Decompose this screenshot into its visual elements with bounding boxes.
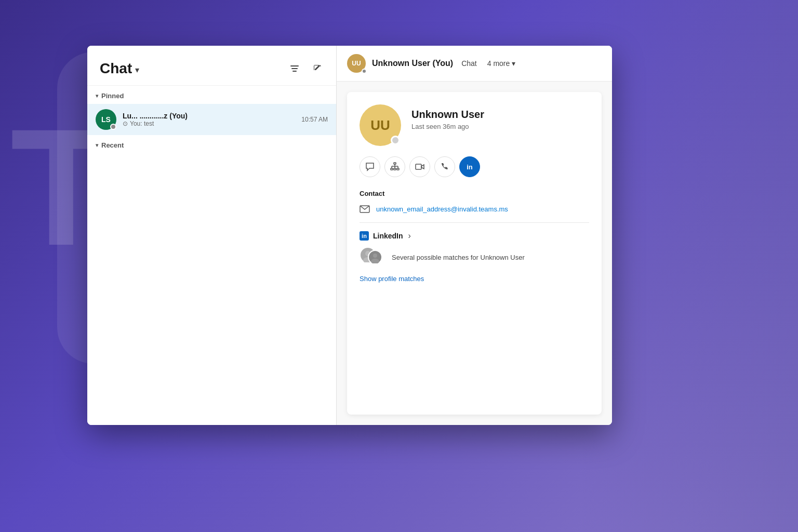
avatar-initials: LS — [101, 115, 111, 124]
profile-panel: UU Unknown User (You) Chat 4 more ▾ UU U… — [337, 46, 612, 425]
svg-rect-0 — [290, 65, 299, 66]
pinned-label: Pinned — [101, 92, 124, 100]
linkedin-label: LinkedIn — [373, 232, 403, 240]
phone-icon — [440, 162, 449, 171]
teams-window: Chat ▾ — [87, 46, 612, 425]
profile-header-initials: UU — [352, 60, 361, 67]
profile-last-seen: Last seen 36m ago — [411, 123, 484, 130]
pinned-chevron-icon: ▾ — [96, 93, 98, 99]
profile-header-avatar: UU — [347, 54, 366, 73]
preview-text: You: test — [130, 120, 154, 127]
more-label: 4 more — [487, 59, 510, 68]
profile-more-button[interactable]: 4 more ▾ — [487, 59, 516, 68]
svg-rect-4 — [391, 168, 393, 170]
profile-actions: in — [360, 156, 589, 177]
profile-email[interactable]: unknown_email_address@invalid.teams.ms — [376, 205, 508, 213]
chat-list-header: Chat ▾ — [87, 46, 336, 86]
svg-rect-2 — [292, 71, 297, 72]
linkedin-chevron-icon: › — [408, 231, 411, 241]
linkedin-matches: Several possible matches for Unknown Use… — [360, 247, 589, 268]
svg-rect-5 — [394, 168, 396, 170]
linkedin-avatars — [360, 247, 385, 268]
org-chart-icon — [390, 162, 400, 171]
profile-email-row: unknown_email_address@invalid.teams.ms — [360, 204, 589, 223]
more-chevron-icon: ▾ — [512, 59, 515, 68]
svg-rect-1 — [291, 68, 298, 69]
profile-display-name: Unknown User — [411, 109, 484, 121]
recent-chevron-icon: ▾ — [96, 142, 98, 148]
profile-header: UU Unknown User (You) Chat 4 more ▾ — [337, 46, 612, 82]
contact-section-title: Contact — [360, 190, 589, 197]
svg-rect-6 — [397, 168, 399, 170]
linkedin-btn-label: in — [467, 163, 473, 171]
video-icon — [415, 162, 424, 171]
profile-big-avatar: UU — [360, 104, 401, 146]
background-people — [580, 0, 798, 532]
chat-list-panel: Chat ▾ — [87, 46, 337, 425]
linkedin-header[interactable]: in LinkedIn › — [360, 231, 589, 241]
linkedin-section: in LinkedIn › — [360, 231, 589, 283]
new-chat-icon — [313, 64, 322, 73]
profile-name-area: Unknown User Last seen 36m ago — [411, 104, 484, 130]
video-action-button[interactable] — [409, 156, 430, 177]
profile-card-top: UU Unknown User Last seen 36m ago — [360, 104, 589, 146]
chat-item-preview: ⊙ You: test — [123, 120, 295, 127]
chat-title-area: Chat ▾ — [100, 60, 139, 77]
chat-action-button[interactable] — [360, 156, 380, 177]
new-chat-button[interactable] — [309, 60, 326, 77]
org-action-button[interactable] — [384, 156, 405, 177]
linkedin-logo-icon: in — [360, 231, 369, 241]
linkedin-person-2-icon — [369, 251, 381, 263]
preview-icon: ⊙ — [123, 120, 128, 127]
recent-label: Recent — [101, 141, 124, 149]
chat-header-actions — [286, 60, 326, 77]
recent-section-label[interactable]: ▾ Recent — [87, 135, 336, 153]
phone-action-button[interactable] — [434, 156, 455, 177]
svg-point-16 — [373, 254, 377, 258]
svg-rect-12 — [416, 164, 421, 169]
profile-big-initials: UU — [370, 117, 390, 134]
profile-card: UU Unknown User Last seen 36m ago — [347, 92, 602, 415]
filter-icon — [290, 64, 299, 73]
profile-header-name: Unknown User (You) — [372, 59, 453, 68]
email-icon — [360, 204, 370, 214]
show-profile-matches-link[interactable]: Show profile matches — [360, 275, 424, 283]
avatar: LS — [96, 109, 116, 130]
linkedin-match-text: Several possible matches for Unknown Use… — [392, 254, 525, 261]
profile-header-chat-label: Chat — [461, 59, 477, 68]
filter-button[interactable] — [286, 60, 303, 77]
chat-list-item[interactable]: LS Lu... ............z (You) ⊙ You: test… — [87, 104, 336, 135]
linkedin-avatar-2 — [368, 250, 382, 264]
linkedin-action-button[interactable]: in — [459, 156, 480, 177]
profile-header-status-icon — [362, 69, 367, 74]
chat-item-name: Lu... ............z (You) — [123, 112, 295, 120]
chat-title: Chat — [100, 60, 132, 77]
chat-title-chevron-icon[interactable]: ▾ — [135, 65, 139, 75]
chat-action-icon — [365, 162, 375, 171]
pinned-section-label[interactable]: ▾ Pinned — [87, 86, 336, 104]
svg-rect-3 — [394, 163, 396, 164]
linkedin-logo-text: in — [362, 233, 367, 239]
svg-point-17 — [371, 259, 379, 263]
status-dot-icon — [110, 124, 116, 130]
profile-big-status-icon — [391, 136, 400, 145]
chat-item-time: 10:57 AM — [301, 116, 328, 123]
chat-item-content: Lu... ............z (You) ⊙ You: test — [123, 112, 295, 127]
